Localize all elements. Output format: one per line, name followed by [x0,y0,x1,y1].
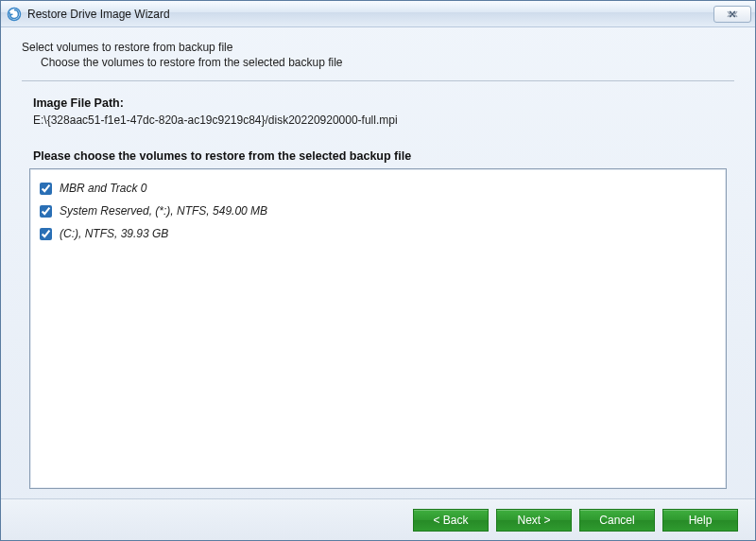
cancel-button[interactable]: Cancel [579,509,655,532]
volumes-list: MBR and Track 0 System Reserved, (*:), N… [29,168,727,489]
volume-row: (C:), NTFS, 39.93 GB [40,222,716,245]
help-button[interactable]: Help [662,509,738,532]
window-title: Restore Drive Image Wizard [27,8,713,21]
app-icon [7,7,22,22]
close-icon [726,10,739,18]
volume-label: MBR and Track 0 [60,182,146,195]
image-file-path-label: Image File Path: [33,96,734,110]
wizard-content: Select volumes to restore from backup fi… [1,27,755,498]
volume-checkbox-1[interactable] [40,205,52,218]
next-button[interactable]: Next > [496,509,572,532]
volume-checkbox-2[interactable] [40,228,52,240]
image-file-path-value: E:\{328aac51-f1e1-47dc-820a-ac19c9219c84… [33,113,734,127]
volume-row: System Reserved, (*:), NTFS, 549.00 MB [40,200,716,222]
choose-volumes-label: Please choose the volumes to restore fro… [33,149,734,163]
volume-row: MBR and Track 0 [40,177,716,200]
titlebar: Restore Drive Image Wizard [1,1,755,27]
page-subheading: Choose the volumes to restore from the s… [41,56,734,69]
volume-label: (C:), NTFS, 39.93 GB [60,227,168,240]
wizard-footer: < Back Next > Cancel Help [1,498,755,540]
volume-checkbox-0[interactable] [40,183,52,195]
volume-label: System Reserved, (*:), NTFS, 549.00 MB [60,204,267,218]
divider [22,80,734,81]
back-button[interactable]: < Back [413,509,489,532]
wizard-window: Restore Drive Image Wizard Select volume… [0,0,756,541]
page-heading: Select volumes to restore from backup fi… [22,41,734,54]
close-button[interactable] [713,6,751,23]
